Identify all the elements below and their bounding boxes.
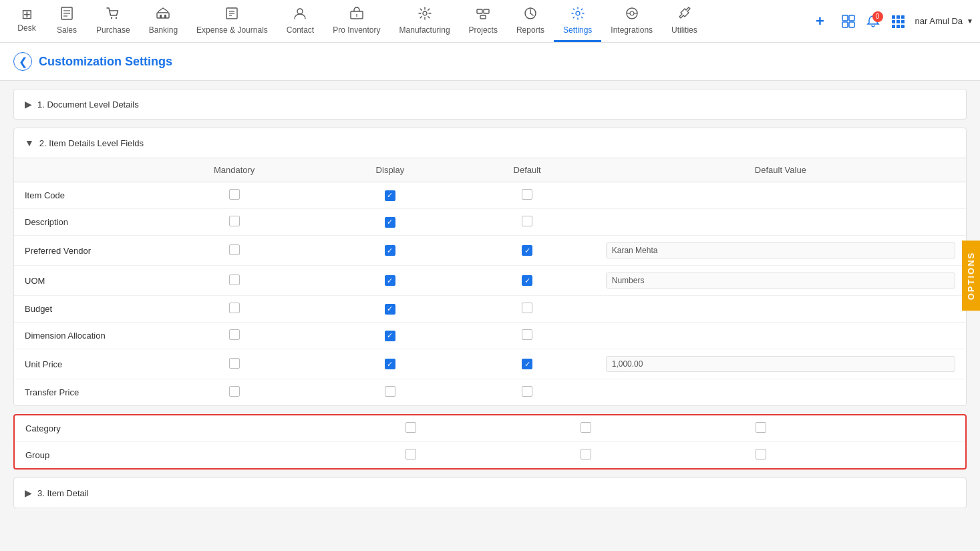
checkbox-checked[interactable]: ✓ xyxy=(522,275,532,286)
section3-label: 3. Item Detail xyxy=(37,488,89,498)
checkbox-checked[interactable]: ✓ xyxy=(385,359,395,369)
svg-rect-33 xyxy=(892,20,895,23)
checkbox-unchecked[interactable] xyxy=(229,274,240,285)
svg-point-13 xyxy=(297,9,303,14)
pro-inventory-icon xyxy=(349,6,364,23)
user-name: nar Amul Da xyxy=(915,16,963,26)
svg-rect-36 xyxy=(892,25,895,28)
nav-item-projects[interactable]: Projects xyxy=(460,1,507,42)
section3-toggle[interactable]: ▶ 3. Item Detail xyxy=(14,478,966,508)
checkbox-unchecked[interactable] xyxy=(522,216,532,226)
nav-item-sales[interactable]: Sales xyxy=(47,1,87,42)
field-label: Category xyxy=(15,415,324,442)
nav-item-banking[interactable]: Banking xyxy=(140,1,187,42)
checkbox-unchecked[interactable] xyxy=(522,189,532,200)
checkbox-unchecked[interactable] xyxy=(756,449,766,460)
checkbox-unchecked[interactable] xyxy=(229,329,240,340)
default-value-input[interactable] xyxy=(606,242,955,258)
checkbox-checked[interactable]: ✓ xyxy=(522,245,532,256)
grid-layout-button[interactable] xyxy=(838,11,859,32)
nav-menu: ⊞ Desk Sales Purchase Banking Expense xyxy=(7,1,810,42)
chevron-right-icon-3: ▶ xyxy=(25,488,32,498)
checkbox-checked[interactable]: ✓ xyxy=(522,359,532,369)
svg-rect-7 xyxy=(160,15,162,18)
notification-bell[interactable]: 0 xyxy=(866,14,880,29)
checkbox-unchecked[interactable] xyxy=(229,244,240,255)
table-row: Unit Price✓✓ xyxy=(14,349,966,379)
checkbox-unchecked[interactable] xyxy=(229,303,240,313)
highlighted-table: CategoryGroup xyxy=(15,415,965,468)
options-tab[interactable]: OPTIONS xyxy=(962,240,980,311)
default-value-empty xyxy=(595,182,966,209)
user-menu[interactable]: nar Amul Da ▼ xyxy=(915,16,973,26)
checkbox-unchecked[interactable] xyxy=(405,422,416,433)
sales-icon xyxy=(59,6,74,23)
field-label: Budget xyxy=(14,296,148,323)
checkbox-unchecked[interactable] xyxy=(229,386,240,397)
section2-toggle[interactable]: ▼ 2. Item Details Level Fields xyxy=(14,128,966,158)
checkbox-unchecked[interactable] xyxy=(522,303,532,313)
col-header-mandatory: Mandatory xyxy=(148,158,321,182)
table-row: Category xyxy=(15,415,965,442)
checkbox-unchecked[interactable] xyxy=(385,386,395,397)
field-label: Dimension Allocation xyxy=(14,323,148,349)
checkbox-unchecked[interactable] xyxy=(581,449,591,460)
section1-toggle[interactable]: ▶ 1. Document Level Details xyxy=(14,89,966,119)
default-value-input[interactable] xyxy=(606,272,955,289)
nav-label-manufacturing: Manufacturing xyxy=(399,25,450,35)
svg-rect-8 xyxy=(164,15,166,18)
nav-item-expense-journals[interactable]: Expense & Journals xyxy=(187,1,277,42)
nav-label-purchase: Purchase xyxy=(96,25,130,35)
nav-item-contact[interactable]: Contact xyxy=(277,1,323,42)
section2-label: 2. Item Details Level Fields xyxy=(39,138,144,148)
nav-label-desk: Desk xyxy=(17,23,35,33)
checkbox-unchecked[interactable] xyxy=(522,386,532,397)
field-label: Group xyxy=(15,442,324,469)
checkbox-checked[interactable]: ✓ xyxy=(385,245,395,256)
nav-label-banking: Banking xyxy=(149,25,178,35)
nav-item-pro-inventory[interactable]: Pro Inventory xyxy=(323,1,389,42)
checkbox-unchecked[interactable] xyxy=(229,189,240,200)
projects-icon xyxy=(476,6,490,23)
svg-point-5 xyxy=(116,17,117,18)
default-value-empty xyxy=(595,209,966,236)
col-header-default-value: Default Value xyxy=(595,158,966,182)
nav-item-desk[interactable]: ⊞ Desk xyxy=(7,2,47,40)
svg-rect-19 xyxy=(480,15,486,19)
nav-item-manufacturing[interactable]: Manufacturing xyxy=(390,1,460,42)
chevron-down-icon: ▼ xyxy=(25,138,34,148)
table-row: Description✓ xyxy=(14,209,966,236)
highlighted-rows-section: CategoryGroup xyxy=(13,414,967,470)
banking-icon xyxy=(156,6,170,23)
svg-rect-35 xyxy=(901,20,905,23)
checkbox-checked[interactable]: ✓ xyxy=(385,331,395,341)
apps-button[interactable] xyxy=(887,11,909,32)
checkbox-checked[interactable]: ✓ xyxy=(385,190,395,201)
nav-item-reports[interactable]: Reports xyxy=(507,1,554,42)
svg-rect-6 xyxy=(157,13,169,18)
nav-label-pro-inventory: Pro Inventory xyxy=(333,25,380,35)
nav-item-utilities[interactable]: Utilities xyxy=(662,1,707,42)
page-content: ❮ Customization Settings ▶ 1. Document L… xyxy=(0,43,980,551)
checkbox-checked[interactable]: ✓ xyxy=(385,304,395,315)
checkbox-unchecked[interactable] xyxy=(581,422,591,433)
svg-rect-27 xyxy=(849,15,854,21)
checkbox-checked[interactable]: ✓ xyxy=(385,275,395,286)
back-button[interactable]: ❮ xyxy=(13,52,32,71)
checkbox-unchecked[interactable] xyxy=(229,358,240,369)
nav-item-purchase[interactable]: Purchase xyxy=(87,1,140,42)
svg-rect-32 xyxy=(901,15,905,19)
add-button[interactable]: + xyxy=(810,11,831,32)
checkbox-unchecked[interactable] xyxy=(756,422,766,433)
nav-item-settings[interactable]: Settings xyxy=(554,1,601,42)
checkbox-unchecked[interactable] xyxy=(522,329,532,340)
svg-rect-17 xyxy=(477,9,482,13)
user-chevron-icon: ▼ xyxy=(967,17,973,25)
nav-item-integrations[interactable]: Integrations xyxy=(601,1,662,42)
chevron-right-icon: ▶ xyxy=(25,99,32,110)
checkbox-unchecked[interactable] xyxy=(229,216,240,226)
nav-label-integrations: Integrations xyxy=(611,25,653,35)
checkbox-checked[interactable]: ✓ xyxy=(385,217,395,228)
default-value-input[interactable] xyxy=(606,356,955,372)
checkbox-unchecked[interactable] xyxy=(405,449,416,460)
